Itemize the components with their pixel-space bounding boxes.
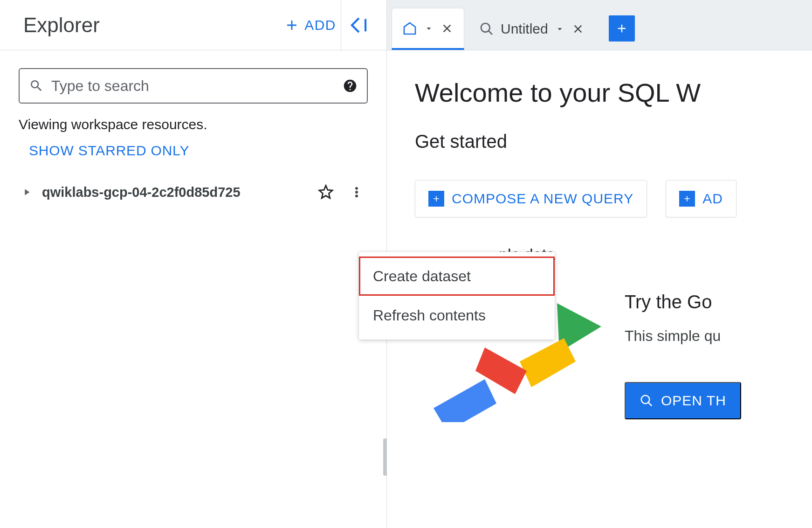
tab-strip: Untitled — [387, 0, 812, 50]
compose-query-label: COMPOSE A NEW QUERY — [452, 191, 633, 207]
svg-point-8 — [641, 396, 650, 404]
show-starred-link[interactable]: SHOW STARRED ONLY — [29, 143, 189, 159]
plus-box-icon — [428, 191, 444, 207]
more-actions-button[interactable] — [346, 182, 367, 202]
plus-box-icon — [679, 191, 695, 207]
query-icon — [479, 21, 494, 36]
open-button-label: OPEN TH — [661, 393, 726, 409]
refresh-contents-item[interactable]: Refresh contents — [359, 296, 555, 335]
add-data-label: AD — [702, 191, 723, 207]
create-dataset-item[interactable]: Create dataset — [359, 257, 555, 296]
promo-subtitle: This simple qu — [625, 327, 812, 345]
explorer-sidebar: Explorer ADD Viewing workspace resources… — [0, 0, 387, 528]
action-buttons: COMPOSE A NEW QUERY AD — [415, 180, 812, 217]
query-icon — [640, 394, 654, 408]
resource-tree: qwiklabs-gcp-04-2c2f0d85d725 — [19, 177, 368, 207]
svg-marker-7 — [434, 379, 496, 422]
new-tab-button[interactable] — [609, 15, 635, 42]
add-button[interactable]: ADD — [284, 17, 336, 33]
collapse-icon — [351, 16, 369, 35]
explorer-body: Viewing workspace resources. SHOW STARRE… — [0, 50, 386, 207]
star-button[interactable] — [316, 182, 336, 202]
chevron-down-icon[interactable] — [424, 23, 434, 34]
get-started-heading: Get started — [415, 131, 812, 152]
untitled-tab[interactable]: Untitled — [469, 8, 595, 50]
compose-query-button[interactable]: COMPOSE A NEW QUERY — [415, 180, 647, 217]
home-tab[interactable] — [392, 8, 464, 50]
search-input[interactable] — [51, 77, 335, 95]
plus-icon — [284, 17, 300, 33]
svg-point-2 — [355, 195, 358, 197]
svg-point-0 — [355, 187, 358, 190]
resource-note: Viewing workspace resources. — [19, 117, 368, 132]
collapse-sidebar-button[interactable] — [341, 0, 378, 50]
untitled-tab-label: Untitled — [501, 21, 548, 37]
welcome-heading: Welcome to your SQL W — [415, 77, 812, 108]
help-icon[interactable] — [343, 78, 358, 93]
svg-marker-5 — [520, 338, 576, 387]
promo-text: Try the Go This simple qu OPEN TH — [625, 292, 812, 422]
star-icon — [318, 184, 334, 200]
sidebar-header: Explorer ADD — [0, 0, 386, 50]
add-data-button[interactable]: AD — [666, 180, 736, 217]
close-icon[interactable] — [440, 22, 454, 35]
welcome-panel: Welcome to your SQL W Get started COMPOS… — [387, 50, 812, 422]
project-context-menu: Create dataset Refresh contents — [359, 252, 555, 340]
add-button-label: ADD — [304, 17, 336, 33]
more-vert-icon — [350, 184, 363, 200]
explorer-title: Explorer — [23, 14, 100, 37]
close-icon[interactable] — [571, 22, 585, 35]
search-icon — [29, 78, 44, 93]
promo-title: Try the Go — [625, 292, 812, 313]
plus-icon — [615, 22, 628, 35]
search-field[interactable] — [19, 68, 368, 104]
open-query-button[interactable]: OPEN TH — [625, 382, 741, 419]
project-id-label: qwiklabs-gcp-04-2c2f0d85d725 — [42, 185, 305, 200]
project-row[interactable]: qwiklabs-gcp-04-2c2f0d85d725 — [19, 177, 368, 207]
home-icon — [402, 21, 417, 36]
chevron-down-icon[interactable] — [555, 24, 565, 34]
svg-point-3 — [481, 23, 490, 32]
svg-point-1 — [355, 191, 358, 194]
expand-icon[interactable] — [21, 187, 32, 197]
